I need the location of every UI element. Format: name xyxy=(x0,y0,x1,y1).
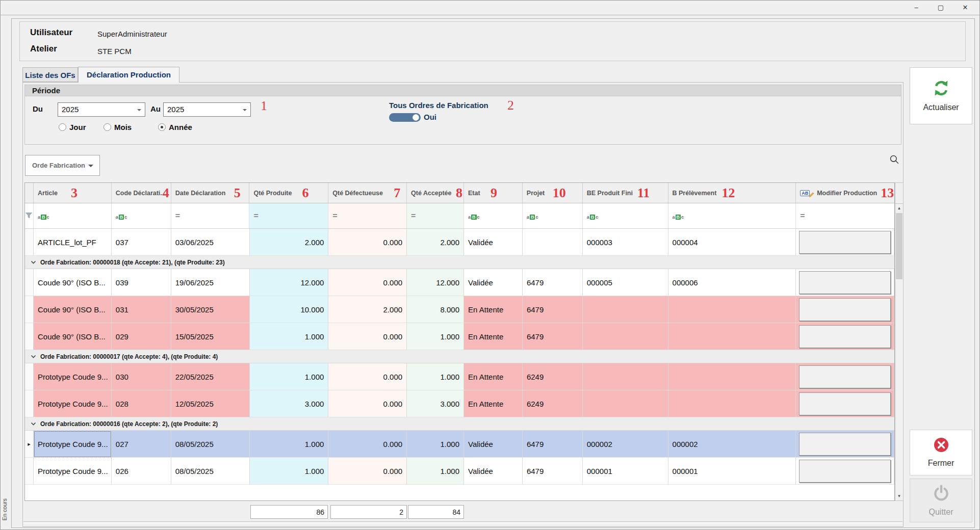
cell-qte_acceptee[interactable]: 8.000 xyxy=(407,296,464,323)
cell-qte_produite[interactable]: 1.000 xyxy=(250,323,329,350)
scrollbar-track[interactable] xyxy=(895,280,903,492)
radio-jour[interactable]: Jour xyxy=(59,123,86,131)
group-row[interactable]: Orde Fabrication: 00000017 (qte Accepte:… xyxy=(25,350,894,363)
cell-be[interactable]: 000003 xyxy=(583,229,668,256)
cell-date[interactable]: 08/05/2025 xyxy=(171,431,250,458)
cell-qte_produite[interactable]: 12.000 xyxy=(250,269,329,296)
table-row[interactable]: Prototype Coude 9...02812/05/20253.0000.… xyxy=(25,390,894,417)
cell-projet[interactable]: 6479 xyxy=(523,296,583,323)
filter-be[interactable]: aBc xyxy=(583,203,668,228)
cell-modifier[interactable] xyxy=(796,269,894,296)
col-header-be[interactable]: BE Produit Fini11 xyxy=(583,183,668,203)
cell-article[interactable]: Prototype Coude 9... xyxy=(34,431,112,458)
cell-date[interactable]: 03/06/2025 xyxy=(171,229,250,256)
cell-be[interactable] xyxy=(583,296,668,323)
cell-bp[interactable] xyxy=(668,363,796,390)
col-header-etat[interactable]: Etat9 xyxy=(464,183,523,203)
filter-modifier[interactable]: = xyxy=(796,203,894,228)
cell-etat[interactable]: En Attente xyxy=(464,363,523,390)
cell-date[interactable]: 12/05/2025 xyxy=(171,390,250,417)
cell-be[interactable] xyxy=(583,363,668,390)
du-year-combobox[interactable]: 2025 xyxy=(58,102,145,117)
group-row[interactable]: Orde Fabrication: 00000018 (qte Accepte:… xyxy=(25,256,894,269)
scroll-down-icon[interactable]: ▼ xyxy=(895,492,903,500)
cell-article[interactable]: Coude 90° (ISO B... xyxy=(34,323,112,350)
cell-article[interactable]: Coude 90° (ISO B... xyxy=(34,269,112,296)
cell-etat[interactable]: En Attente xyxy=(464,296,523,323)
filter-qte_acceptee[interactable]: = xyxy=(407,203,464,228)
cell-qte_defectueuse[interactable]: 0.000 xyxy=(328,323,407,350)
cell-bp[interactable]: 000001 xyxy=(668,458,796,485)
cell-qte_defectueuse[interactable]: 2.000 xyxy=(328,296,407,323)
cell-qte_produite[interactable]: 10.000 xyxy=(250,296,329,323)
cell-indicator[interactable] xyxy=(25,269,34,296)
cell-code[interactable]: 026 xyxy=(112,458,171,485)
cell-qte_acceptee[interactable]: 1.000 xyxy=(407,363,464,390)
cell-projet[interactable]: 6479 xyxy=(523,269,583,296)
cell-article[interactable]: ARTICLE_lot_PF xyxy=(34,229,112,256)
filter-qte_defectueuse[interactable]: = xyxy=(328,203,407,228)
cell-projet[interactable]: 6249 xyxy=(523,390,583,417)
scroll-up-icon[interactable]: ▲ xyxy=(895,204,903,213)
col-header-projet[interactable]: Projet10 xyxy=(523,183,583,203)
cell-qte_defectueuse[interactable]: 0.000 xyxy=(328,431,407,458)
fermer-button[interactable]: Fermer xyxy=(910,430,972,475)
cell-qte_defectueuse[interactable]: 0.000 xyxy=(328,229,407,256)
cell-modifier[interactable] xyxy=(796,229,894,256)
filter-etat[interactable]: aBc xyxy=(464,203,523,228)
cell-date[interactable]: 19/06/2025 xyxy=(171,269,250,296)
cell-qte_acceptee[interactable]: 1.000 xyxy=(407,431,464,458)
cell-article[interactable]: Prototype Coude 9... xyxy=(34,458,112,485)
cell-qte_produite[interactable]: 2.000 xyxy=(250,229,329,256)
quitter-button[interactable]: Quitter xyxy=(910,479,972,522)
minimize-icon[interactable]: – xyxy=(909,3,923,13)
scrollbar-thumb[interactable] xyxy=(896,213,902,279)
cell-indicator[interactable] xyxy=(25,363,34,390)
cell-qte_produite[interactable]: 1.000 xyxy=(250,458,329,485)
cell-bp[interactable]: 000006 xyxy=(668,269,796,296)
cell-code[interactable]: 028 xyxy=(112,390,171,417)
col-header-qte_produite[interactable]: Qté Produite6 xyxy=(249,183,328,203)
radio-année[interactable]: Année xyxy=(158,123,192,131)
cell-date[interactable]: 22/05/2025 xyxy=(171,363,250,390)
cell-etat[interactable]: Validée xyxy=(464,229,523,256)
cell-bp[interactable] xyxy=(668,323,796,350)
cell-qte_acceptee[interactable]: 2.000 xyxy=(407,229,464,256)
close-icon[interactable]: ✕ xyxy=(958,3,972,13)
cell-date[interactable]: 30/05/2025 xyxy=(171,296,250,323)
cell-qte_defectueuse[interactable]: 0.000 xyxy=(328,390,407,417)
col-header-code[interactable]: Code Déclarati...4 xyxy=(112,183,171,203)
cell-etat[interactable]: En Attente xyxy=(464,323,523,350)
cell-modifier[interactable] xyxy=(796,431,894,458)
modifier-production-button[interactable] xyxy=(799,460,891,483)
filter-bp[interactable]: aBc xyxy=(668,203,796,228)
col-header-qte_acceptee[interactable]: Qté Acceptée8 xyxy=(407,183,464,203)
cell-date[interactable]: 08/05/2025 xyxy=(171,458,250,485)
modifier-production-button[interactable] xyxy=(799,298,891,321)
cell-date[interactable]: 15/05/2025 xyxy=(171,323,250,350)
cell-qte_acceptee[interactable]: 3.000 xyxy=(407,390,464,417)
filter-projet[interactable]: aBc xyxy=(523,203,583,228)
cell-bp[interactable]: 000002 xyxy=(668,431,796,458)
cell-qte_produite[interactable]: 3.000 xyxy=(250,390,329,417)
radio-mois[interactable]: Mois xyxy=(104,123,132,131)
cell-be[interactable]: 000002 xyxy=(583,431,668,458)
table-row[interactable]: Coude 90° (ISO B...03919/06/202512.0000.… xyxy=(25,269,894,296)
cell-bp[interactable] xyxy=(668,296,796,323)
cell-modifier[interactable] xyxy=(796,363,894,390)
cell-qte_defectueuse[interactable]: 0.000 xyxy=(328,269,407,296)
modifier-production-button[interactable] xyxy=(799,392,891,415)
search-icon[interactable] xyxy=(889,154,899,165)
table-row[interactable]: ARTICLE_lot_PF03703/06/20252.0000.0002.0… xyxy=(25,229,894,256)
table-row[interactable]: Coude 90° (ISO B...02915/05/20251.0000.0… xyxy=(25,323,894,350)
cell-bp[interactable] xyxy=(668,390,796,417)
cell-indicator[interactable] xyxy=(25,323,34,350)
cell-indicator[interactable] xyxy=(25,296,34,323)
tab-liste-des-ofs[interactable]: Liste des OFs xyxy=(22,67,78,82)
cell-be[interactable]: 000001 xyxy=(583,458,668,485)
cell-be[interactable] xyxy=(583,323,668,350)
table-row[interactable]: Prototype Coude 9...02608/05/20251.0000.… xyxy=(25,458,894,485)
cell-etat[interactable]: Validée xyxy=(464,458,523,485)
cell-indicator[interactable] xyxy=(25,458,34,485)
table-row[interactable]: Coude 90° (ISO B...03130/05/202510.0002.… xyxy=(25,296,894,323)
